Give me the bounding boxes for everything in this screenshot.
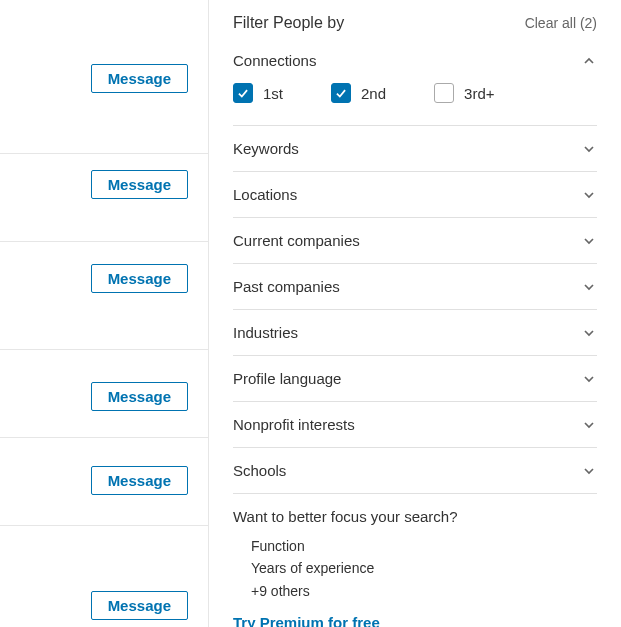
- message-button[interactable]: Message: [91, 382, 188, 411]
- filter-section-schools[interactable]: Schools: [233, 462, 597, 479]
- filter-section-title: Schools: [233, 462, 286, 479]
- chevron-down-icon: [581, 371, 597, 387]
- result-row: Message: [0, 526, 208, 627]
- filter-section-title: Keywords: [233, 140, 299, 157]
- try-premium-link[interactable]: Try Premium for free: [233, 614, 597, 627]
- filter-section-title: Nonprofit interests: [233, 416, 355, 433]
- chevron-down-icon: [581, 233, 597, 249]
- filter-section-nonprofit-interests[interactable]: Nonprofit interests: [233, 416, 597, 433]
- checkbox-icon: [331, 83, 351, 103]
- filter-section-title: Locations: [233, 186, 297, 203]
- filter-section-current-companies[interactable]: Current companies: [233, 232, 597, 249]
- filter-section-industries[interactable]: Industries: [233, 324, 597, 341]
- filter-section-connections[interactable]: Connections: [233, 52, 597, 69]
- message-button[interactable]: Message: [91, 264, 188, 293]
- premium-item: Function: [251, 535, 597, 557]
- chevron-down-icon: [581, 279, 597, 295]
- checkbox-icon: [233, 83, 253, 103]
- connections-options: 1st 2nd 3rd+: [233, 83, 597, 111]
- chevron-down-icon: [581, 463, 597, 479]
- premium-upsell: Want to better focus your search? Functi…: [233, 494, 597, 627]
- checkbox-label: 2nd: [361, 85, 386, 102]
- message-button[interactable]: Message: [91, 170, 188, 199]
- checkbox-label: 1st: [263, 85, 283, 102]
- filter-section-title: Current companies: [233, 232, 360, 249]
- clear-all-link[interactable]: Clear all (2): [525, 15, 597, 31]
- filter-section-profile-language[interactable]: Profile language: [233, 370, 597, 387]
- connections-title: Connections: [233, 52, 316, 69]
- chevron-down-icon: [581, 187, 597, 203]
- result-row: Message: [0, 350, 208, 438]
- checkbox-1st[interactable]: 1st: [233, 83, 283, 103]
- filter-title: Filter People by: [233, 14, 344, 32]
- chevron-down-icon: [581, 325, 597, 341]
- checkbox-3rd[interactable]: 3rd+: [434, 83, 494, 103]
- result-row: Message: [0, 0, 208, 154]
- filter-section-title: Industries: [233, 324, 298, 341]
- filter-panel: Filter People by Clear all (2) Connectio…: [208, 0, 621, 627]
- result-row: Message: [0, 154, 208, 242]
- filter-section-title: Profile language: [233, 370, 341, 387]
- result-row: Message: [0, 242, 208, 350]
- message-button[interactable]: Message: [91, 64, 188, 93]
- premium-item: +9 others: [251, 580, 597, 602]
- checkbox-icon: [434, 83, 454, 103]
- checkbox-label: 3rd+: [464, 85, 494, 102]
- chevron-up-icon: [581, 53, 597, 69]
- filter-section-title: Past companies: [233, 278, 340, 295]
- results-column: Message Message Message Message Message …: [0, 0, 208, 627]
- message-button[interactable]: Message: [91, 466, 188, 495]
- chevron-down-icon: [581, 141, 597, 157]
- filter-section-past-companies[interactable]: Past companies: [233, 278, 597, 295]
- checkbox-2nd[interactable]: 2nd: [331, 83, 386, 103]
- premium-title: Want to better focus your search?: [233, 508, 597, 525]
- filter-section-keywords[interactable]: Keywords: [233, 140, 597, 157]
- message-button[interactable]: Message: [91, 591, 188, 620]
- filter-section-locations[interactable]: Locations: [233, 186, 597, 203]
- result-row: Message: [0, 438, 208, 526]
- chevron-down-icon: [581, 417, 597, 433]
- premium-item: Years of experience: [251, 557, 597, 579]
